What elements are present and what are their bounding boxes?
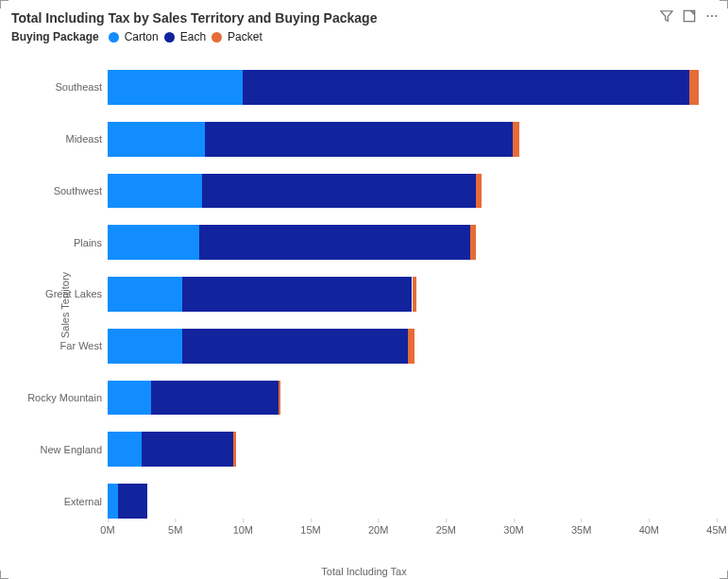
more-options-icon[interactable] bbox=[705, 9, 719, 26]
x-tick: 0M bbox=[100, 524, 114, 536]
bar-segment-each[interactable] bbox=[243, 70, 689, 105]
bar-segment-each[interactable] bbox=[182, 277, 413, 312]
bar-segment-carton[interactable] bbox=[108, 70, 243, 105]
bar-segment-packet[interactable] bbox=[689, 70, 699, 105]
bar-segment-packet[interactable] bbox=[408, 329, 415, 364]
x-tick: 10M bbox=[233, 524, 253, 536]
resize-handle-bl[interactable] bbox=[0, 570, 8, 579]
svg-point-2 bbox=[711, 15, 713, 17]
chart-title: Total Including Tax by Sales Territory a… bbox=[11, 10, 377, 26]
bar-segment-packet[interactable] bbox=[413, 277, 416, 312]
x-tick: 45M bbox=[706, 524, 726, 536]
bar-row: Southeast bbox=[108, 64, 717, 111]
bar-segment-packet[interactable] bbox=[476, 174, 482, 209]
plot-area: SoutheastMideastSouthwestPlainsGreat Lak… bbox=[108, 59, 717, 524]
bar-segment-each[interactable] bbox=[151, 381, 279, 416]
category-label: Plains bbox=[23, 237, 102, 248]
category-label: Far West bbox=[23, 340, 102, 351]
resize-handle-tl[interactable] bbox=[0, 0, 8, 9]
svg-point-3 bbox=[715, 15, 717, 17]
y-axis-title: Sales Territory bbox=[59, 271, 71, 337]
bar-segment-each[interactable] bbox=[199, 225, 470, 260]
legend-swatch-carton[interactable] bbox=[109, 32, 119, 43]
bar-row: Far West bbox=[108, 323, 717, 369]
bar-segment-each[interactable] bbox=[205, 122, 512, 157]
x-tick: 30M bbox=[503, 524, 523, 536]
bar-segment-carton[interactable] bbox=[108, 329, 182, 364]
bar-segment-each[interactable] bbox=[182, 329, 408, 364]
bar-segment-carton[interactable] bbox=[108, 432, 142, 467]
legend-label-packet[interactable]: Packet bbox=[228, 30, 262, 43]
bar-segment-packet[interactable] bbox=[513, 122, 519, 157]
legend-swatch-each[interactable] bbox=[164, 32, 175, 43]
x-axis: 0M5M10M15M20M25M30M35M40M45M bbox=[108, 524, 717, 551]
bar-segment-carton[interactable] bbox=[108, 277, 182, 312]
bar-row: Plains bbox=[108, 219, 717, 265]
svg-rect-0 bbox=[684, 10, 694, 21]
bar-segment-each[interactable] bbox=[118, 484, 146, 519]
x-tick: 40M bbox=[639, 524, 659, 536]
legend-swatch-packet[interactable] bbox=[212, 32, 222, 43]
x-tick: 15M bbox=[300, 524, 320, 536]
bar-segment-packet[interactable] bbox=[233, 432, 236, 467]
bar-segment-carton[interactable] bbox=[108, 174, 202, 209]
bar-row: Southwest bbox=[108, 168, 717, 214]
category-label: External bbox=[23, 496, 102, 507]
bar-row: Rocky Mountain bbox=[108, 375, 717, 421]
bar-row: New England bbox=[108, 426, 717, 472]
x-tick: 35M bbox=[571, 524, 591, 536]
legend-title: Buying Package bbox=[11, 30, 99, 43]
category-label: Southeast bbox=[23, 81, 102, 93]
bar-segment-carton[interactable] bbox=[108, 225, 199, 260]
category-label: Rocky Mountain bbox=[23, 392, 102, 403]
bar-segment-carton[interactable] bbox=[108, 122, 205, 157]
bar-segment-each[interactable] bbox=[202, 174, 476, 209]
bar-segment-each[interactable] bbox=[142, 432, 233, 467]
category-label: New England bbox=[23, 444, 102, 455]
header-icons bbox=[660, 9, 719, 26]
bar-segment-carton[interactable] bbox=[108, 381, 151, 416]
resize-handle-tr[interactable] bbox=[720, 0, 728, 9]
x-tick: 20M bbox=[368, 524, 388, 536]
x-tick: 25M bbox=[436, 524, 456, 536]
x-axis-title: Total Including Tax bbox=[321, 566, 406, 577]
category-label: Southwest bbox=[23, 185, 102, 196]
visual-header: Total Including Tax by Sales Territory a… bbox=[11, 9, 719, 26]
resize-handle-br[interactable] bbox=[720, 570, 728, 579]
bar-segment-packet[interactable] bbox=[470, 225, 476, 260]
category-label: Mideast bbox=[23, 133, 102, 145]
bar-row: External bbox=[108, 478, 717, 524]
legend-label-carton[interactable]: Carton bbox=[125, 30, 159, 43]
x-tick: 5M bbox=[168, 524, 182, 536]
focus-mode-icon[interactable] bbox=[683, 9, 696, 26]
legend-label-each[interactable]: Each bbox=[180, 30, 206, 43]
bar-segment-carton[interactable] bbox=[108, 484, 118, 519]
bar-row: Mideast bbox=[108, 116, 717, 162]
bar-segment-packet[interactable] bbox=[279, 381, 281, 416]
filter-icon[interactable] bbox=[660, 9, 673, 26]
svg-point-1 bbox=[707, 15, 709, 17]
chart-visual: Total Including Tax by Sales Territory a… bbox=[0, 0, 728, 579]
chart-area: Sales Territory SoutheastMideastSouthwes… bbox=[26, 59, 717, 551]
legend: Buying Package Carton Each Packet bbox=[11, 30, 719, 43]
bar-row: Great Lakes bbox=[108, 271, 717, 317]
category-label: Great Lakes bbox=[23, 288, 102, 299]
